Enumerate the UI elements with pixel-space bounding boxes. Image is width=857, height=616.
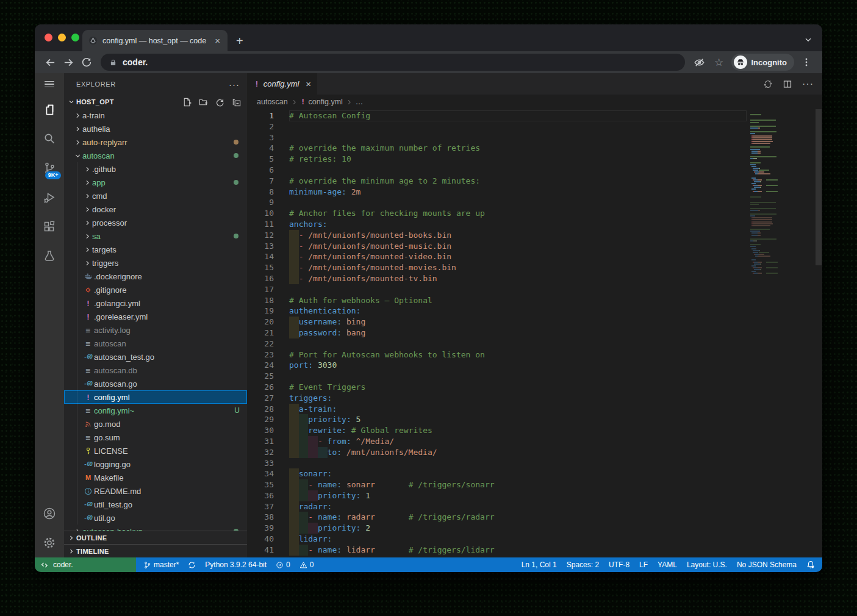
reload-button[interactable] xyxy=(77,53,96,71)
activity-testing[interactable] xyxy=(35,242,64,271)
code-line-14[interactable]: 14- /mnt/unionfs/mounted-video.bin xyxy=(247,251,747,262)
code-line-7[interactable]: 7# override the minimum age to 2 minutes… xyxy=(247,176,747,187)
tree-item-processor[interactable]: processor xyxy=(64,216,247,229)
code-lines[interactable]: 1# Autoscan Config234# override the maxi… xyxy=(247,109,747,557)
outline-section[interactable]: OUTLINE xyxy=(64,531,247,544)
activity-extensions[interactable] xyxy=(35,212,64,242)
code-line-5[interactable]: 5# retries: 10 xyxy=(247,154,747,165)
bookmark-star-icon[interactable]: ☆ xyxy=(709,53,729,71)
code-line-35[interactable]: 35- name: sonarr # /triggers/sonarr xyxy=(247,479,747,490)
status-item-error[interactable]: 0 xyxy=(276,560,290,569)
tree-item--goreleaser-yml[interactable]: !.goreleaser.yml xyxy=(64,310,247,323)
tree-item-go-mod[interactable]: go.mod xyxy=(64,417,247,431)
tree-item-makefile[interactable]: MMakefile xyxy=(64,471,247,484)
editor-tab-config-yml[interactable]: ! config.yml × xyxy=(247,73,317,95)
tree-item--github[interactable]: .github xyxy=(64,162,247,176)
more-actions-icon[interactable]: ··· xyxy=(802,79,814,90)
settings-button[interactable] xyxy=(35,528,64,557)
code-line-23[interactable]: 23# Port for Autoscan webhooks to listen… xyxy=(247,349,747,360)
status-item[interactable]: Python 3.9.2 64-bit xyxy=(205,560,267,569)
code-line-1[interactable]: 1# Autoscan Config xyxy=(247,110,747,121)
tree-item-autoscan-go[interactable]: -GOautoscan.go xyxy=(64,377,247,390)
activity-search[interactable] xyxy=(35,124,64,154)
close-tab-icon[interactable]: × xyxy=(306,79,311,89)
code-line-28[interactable]: 28a-train: xyxy=(247,404,747,415)
code-line-25[interactable]: 25 xyxy=(247,371,747,382)
tree-item-config-yml-[interactable]: ≡config.yml~U xyxy=(64,404,247,417)
code-line-26[interactable]: 26# Event Triggers xyxy=(247,382,747,393)
tree-item-authelia[interactable]: authelia xyxy=(64,122,247,135)
status-item[interactable]: No JSON Schema xyxy=(737,560,797,569)
scrollbar-slider[interactable] xyxy=(816,109,822,265)
breadcrumb-item[interactable]: … xyxy=(356,98,364,106)
code-line-11[interactable]: 11anchors: xyxy=(247,219,747,230)
tree-item-app[interactable]: app xyxy=(64,176,247,189)
breadcrumb-item[interactable]: autoscan xyxy=(257,98,288,106)
section-host-opt[interactable]: HOST_OPT xyxy=(64,95,247,109)
refresh-icon[interactable] xyxy=(215,98,224,107)
status-item[interactable]: UTF-8 xyxy=(609,560,629,569)
tree-item-autoscan[interactable]: autoscan xyxy=(64,149,247,162)
code-line-22[interactable]: 22 xyxy=(247,338,747,349)
tree-item-auto-replyarr[interactable]: auto-replyarr xyxy=(64,135,247,149)
back-button[interactable] xyxy=(41,53,59,71)
remote-indicator[interactable]: coder. xyxy=(35,557,136,572)
explorer-more-icon[interactable]: ··· xyxy=(229,79,240,90)
status-item-warning[interactable]: 0 xyxy=(299,560,314,569)
code-line-13[interactable]: 13- /mnt/unionfs/mounted-music.bin xyxy=(247,241,747,252)
code-line-39[interactable]: 39priority: 2 xyxy=(247,523,747,534)
status-item[interactable]: Spaces: 2 xyxy=(567,560,599,569)
new-file-icon[interactable] xyxy=(182,98,192,107)
code-line-6[interactable]: 6 xyxy=(247,165,747,176)
code-line-16[interactable]: 16- /mnt/unionfs/mounted-tv.bin xyxy=(247,273,747,284)
tree-item-sa[interactable]: sa xyxy=(64,229,247,243)
activity-source-control[interactable]: 9K+ xyxy=(35,154,64,183)
tree-item-targets[interactable]: targets xyxy=(64,243,247,256)
tree-item-util-test-go[interactable]: -GOutil_test.go xyxy=(64,498,247,511)
menu-button[interactable] xyxy=(35,73,64,95)
code-line-10[interactable]: 10# Anchor files for checking mounts are… xyxy=(247,208,747,219)
tab-close-icon[interactable]: × xyxy=(213,36,221,45)
tree-item-cmd[interactable]: cmd xyxy=(64,189,247,202)
code-line-8[interactable]: 8minimum-age: 2m xyxy=(247,187,747,198)
code-line-3[interactable]: 3 xyxy=(247,132,747,143)
code-line-33[interactable]: 33 xyxy=(247,458,747,469)
tree-item-util-go[interactable]: -GOutil.go xyxy=(64,511,247,525)
minimize-window-button[interactable] xyxy=(58,34,66,41)
code-line-17[interactable]: 17 xyxy=(247,284,747,295)
tree-item-logging-go[interactable]: -GOlogging.go xyxy=(64,457,247,471)
code-line-27[interactable]: 27triggers: xyxy=(247,393,747,404)
tree-item-a-train[interactable]: a-train xyxy=(64,109,247,122)
status-item-sync[interactable] xyxy=(188,561,196,569)
activity-run-debug[interactable] xyxy=(35,183,64,212)
status-item[interactable]: Layout: U.S. xyxy=(687,560,727,569)
tree-item-activity-log[interactable]: ≡activity.log xyxy=(64,323,247,337)
code-line-19[interactable]: 19authentication: xyxy=(247,306,747,317)
breadcrumb-item[interactable]: !config.yml xyxy=(301,98,343,106)
tree-item-autoscan[interactable]: ≡autoscan xyxy=(64,337,247,350)
activity-explorer[interactable] xyxy=(35,95,64,124)
new-folder-icon[interactable] xyxy=(199,98,208,107)
code-line-40[interactable]: 40lidarr: xyxy=(247,534,747,545)
code-line-4[interactable]: 4# override the maximum number of retrie… xyxy=(247,143,747,154)
eye-blocked-icon[interactable] xyxy=(690,53,709,71)
code-line-31[interactable]: 31- from: ^/Media/ xyxy=(247,436,747,447)
tree-item--gitignore[interactable]: .gitignore xyxy=(64,283,247,296)
close-window-button[interactable] xyxy=(45,34,52,41)
minimap[interactable] xyxy=(747,109,815,557)
browser-menu-icon[interactable] xyxy=(797,53,816,71)
code-line-20[interactable]: 20username: bing xyxy=(247,317,747,328)
status-item[interactable]: Ln 1, Col 1 xyxy=(522,560,557,569)
code-line-32[interactable]: 32to: /mnt/unionfs/Media/ xyxy=(247,447,747,458)
split-editor-icon[interactable] xyxy=(783,79,792,89)
tree-item-autoscan-backup[interactable]: autoscan-backup xyxy=(64,525,247,531)
code-line-41[interactable]: 41- name: lidarr # /triggers/lidarr xyxy=(247,545,747,556)
tree-item-license[interactable]: LICENSE xyxy=(64,444,247,457)
code-line-30[interactable]: 30rewrite: # Global rewrites xyxy=(247,425,747,436)
code-line-24[interactable]: 24port: 3030 xyxy=(247,360,747,371)
code-line-2[interactable]: 2 xyxy=(247,121,747,132)
tree-item-config-yml[interactable]: !config.yml xyxy=(64,390,247,404)
address-bar[interactable]: coder. xyxy=(101,54,685,71)
code-line-37[interactable]: 37radarr: xyxy=(247,501,747,512)
tree-item-readme-md[interactable]: README.md xyxy=(64,484,247,498)
